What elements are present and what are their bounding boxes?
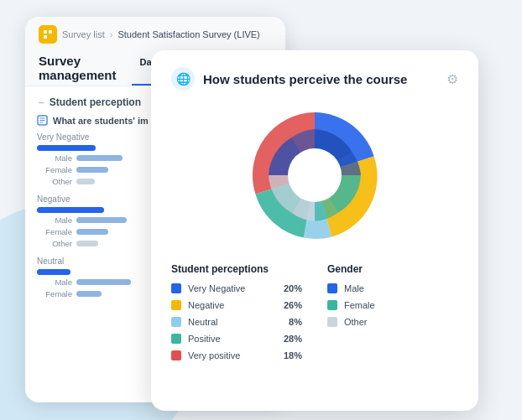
bar-label: Female xyxy=(37,165,72,174)
nav-title: Survey management xyxy=(39,54,117,82)
legend-item: Very positive 18% xyxy=(171,350,302,360)
legend-dot-neutral xyxy=(171,317,181,327)
legend-pct-positive: 28% xyxy=(279,334,302,344)
bar-label: Female xyxy=(37,289,72,298)
legend-gender: Gender Male Female Other xyxy=(327,263,458,367)
legend-dot-male xyxy=(327,283,337,293)
front-card: 🌐 How students perceive the course ⚙ xyxy=(151,50,478,411)
bar-fill xyxy=(37,145,96,151)
bar-label: Other xyxy=(37,177,72,186)
legend-item: Positive 28% xyxy=(171,334,302,344)
bar-fill xyxy=(37,269,70,275)
bar-fill-other xyxy=(76,241,98,246)
legend-label-positive: Positive xyxy=(188,334,272,344)
legend-pct-neutral: 8% xyxy=(279,317,302,327)
legend-label-other: Other xyxy=(344,317,458,327)
legend-area: Student perceptions Very Negative 20% Ne… xyxy=(171,263,458,367)
legend-pct-very-negative: 20% xyxy=(279,283,302,293)
front-card-title: How students perceive the course xyxy=(203,72,407,86)
bar-label: Other xyxy=(37,239,72,248)
bar-fill xyxy=(37,207,104,213)
breadcrumb: Survey list › Student Satisfaction Surve… xyxy=(39,25,272,44)
bar-fill-male xyxy=(76,217,127,223)
bar-fill-female xyxy=(76,229,108,235)
legend-label-very-negative: Very Negative xyxy=(188,283,272,293)
breadcrumb-root: Survey list xyxy=(62,29,105,39)
legend-dot-other xyxy=(327,317,337,327)
chart-title: What are students' im xyxy=(53,116,149,126)
title-group: 🌐 How students perceive the course xyxy=(171,67,407,91)
section-title-label: Student perception xyxy=(50,96,141,108)
bar-label: Male xyxy=(37,153,72,163)
legend-dot-positive xyxy=(171,334,181,344)
donut-chart-area xyxy=(171,104,458,246)
globe-icon: 🌐 xyxy=(171,67,195,91)
legend-pct-very-positive: 18% xyxy=(279,350,302,360)
legend-label-very-positive: Very positive xyxy=(188,350,272,360)
legend-label-negative: Negative xyxy=(188,300,272,310)
legend-pct-negative: 26% xyxy=(279,300,302,310)
breadcrumb-current: Student Satisfaction Survey (LIVE) xyxy=(117,29,259,39)
front-card-header: 🌐 How students perceive the course ⚙ xyxy=(171,67,458,91)
bar-label: Male xyxy=(37,277,72,287)
breadcrumb-separator: › xyxy=(110,29,113,39)
bar-fill-female xyxy=(76,291,102,297)
bar-fill-male xyxy=(76,155,123,161)
legend-label-male: Male xyxy=(344,283,458,293)
bar-fill-male xyxy=(76,279,131,285)
legend-dot-negative xyxy=(171,300,181,310)
legend-item-other: Other xyxy=(327,317,458,327)
bar-label: Male xyxy=(37,215,72,225)
bar-label: Female xyxy=(37,227,72,236)
svg-rect-1 xyxy=(49,30,52,34)
bar-fill-other xyxy=(76,179,95,184)
svg-point-7 xyxy=(288,148,342,202)
legend-item-female: Female xyxy=(327,300,458,310)
svg-rect-2 xyxy=(44,35,47,39)
legend-item: Negative 26% xyxy=(171,300,302,310)
legend-item: Neutral 8% xyxy=(171,317,302,327)
legend-item-male: Male xyxy=(327,283,458,293)
legend-dot-very-positive xyxy=(171,350,181,360)
legend-label-female: Female xyxy=(344,300,458,310)
legend-gender-title: Gender xyxy=(327,263,458,275)
donut-chart xyxy=(243,104,386,246)
svg-rect-0 xyxy=(44,30,47,34)
gear-icon[interactable]: ⚙ xyxy=(446,71,458,87)
legend-item: Very Negative 20% xyxy=(171,283,302,293)
legend-label-neutral: Neutral xyxy=(188,317,272,327)
legend-perceptions: Student perceptions Very Negative 20% Ne… xyxy=(171,263,302,367)
brand-icon xyxy=(39,25,57,44)
legend-dot-female xyxy=(327,300,337,310)
legend-perceptions-title: Student perceptions xyxy=(171,263,302,275)
bar-fill-female xyxy=(76,167,108,173)
legend-dot-very-negative xyxy=(171,283,181,293)
